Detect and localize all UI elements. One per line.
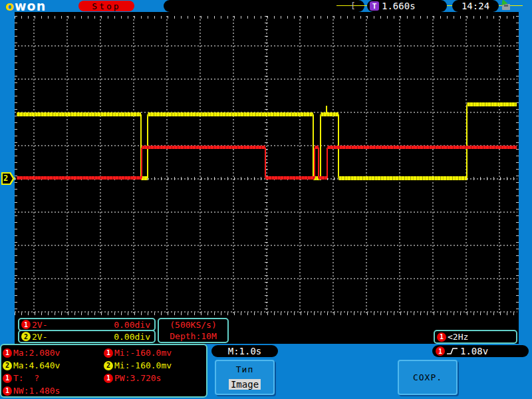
channel1-position: 0.00div [114,320,150,330]
trigger-time-value: 1.660s [382,1,416,11]
channel2-position: 0.00div [114,332,150,342]
measurement-row: 1NW:1.480s [3,384,206,397]
type-button-title: Тип [236,364,253,374]
memory-position-bar: [ ] T [164,0,364,12]
measurement-row: 1Ma:2.080v 1Mi:-160.0mv [3,346,206,359]
ch1-badge: 1 [3,348,12,358]
sample-rate: (500KS/s) [170,319,216,331]
type-button-value: Image [229,379,261,390]
measurement-text: Ma:4.640v [13,360,60,370]
trigger-t-icon: T [370,1,379,11]
trigger-level-readout: 1 1.08v [432,345,529,357]
save-button-label: СОХР. [413,372,442,382]
ch1-badge: 1 [104,374,113,383]
measurement-ch2-min: 2Mi:-160.0mv [104,360,205,370]
ch2-badge: 2 [3,361,12,370]
trigger-channel-badge: 1 [436,346,445,356]
clock-value: 14:24 [462,1,489,11]
channel2-position-marker[interactable]: 2 [1,172,15,185]
channel1-scale: 2V- [32,320,47,330]
trigger-level-value: 1.08v [460,346,488,356]
measurement-ch1-pulsewidth: 1PW:3.720s [104,373,205,383]
graticule-right-ticks [516,16,519,315]
window-left-bracket-icon: [ [350,1,356,11]
rising-edge-icon [446,346,458,356]
measurement-text: PW:3.720s [114,373,161,383]
freq-channel-badge: 1 [437,332,446,342]
freq-value: <2Hz [448,332,468,342]
clock-readout: 14:24 [452,0,499,12]
oscilloscope-screen: { "colors": { "background_blue": "#0a80d… [0,0,532,399]
measurement-text: T: ? [13,373,39,383]
measurement-ch1-period: 1T: ? [3,373,104,383]
frequency-counter-box: 1 <2Hz [434,330,517,344]
owon-logo: owon [5,0,46,13]
measurement-text: Mi:-160.0mv [114,348,172,358]
logo-won: won [15,0,46,13]
measurement-ch1-min: 1Mi:-160.0mv [104,348,205,358]
channel2-marker-label: 2 [3,174,8,183]
ch1-badge: 1 [104,348,113,358]
measurements-panel: 1Ma:2.080v 1Mi:-160.0mv 2Ma:4.640v 2Mi:-… [0,344,207,398]
ch1-badge: 1 [3,374,12,383]
channel2-scale: 2V- [32,332,47,342]
channel2-info-box: 2 2V- 0.00div [18,330,156,343]
usb-save-icon[interactable] [500,1,511,11]
measurement-ch1-max: 1Ma:2.080v [3,348,104,358]
timebase-value: M:1.0s [228,346,262,356]
timebase-readout: M:1.0s [211,345,278,357]
channel2-badge: 2 [21,332,31,341]
channel1-info-box: 1 2V- 0.00div [18,318,156,331]
menu-button-type[interactable]: Тип Image [215,360,275,395]
trigger-time-readout: T 1.660s [367,0,447,12]
channel1-badge: 1 [21,320,31,329]
run-state-label: Stop [92,1,120,11]
ch2-badge: 2 [104,361,113,370]
measurement-text: NW:1.480s [13,386,60,396]
ch1-badge: 1 [3,386,12,396]
graticule-center-vertical [265,16,268,315]
run-state-badge: Stop [78,1,134,11]
graticule-left-ticks [15,16,17,315]
menu-button-save[interactable]: СОХР. [398,360,458,395]
measurement-row: 1T: ? 1PW:3.720s [3,372,206,384]
measurement-text: Ma:2.080v [13,348,60,358]
measurement-ch2-max: 2Ma:4.640v [3,360,104,370]
logo-o: o [5,0,15,13]
measurement-row: 2Ma:4.640v 2Mi:-160.0mv [3,359,206,372]
measurement-text: Mi:-160.0mv [114,360,172,370]
acquisition-info-box: (500KS/s) Depth:10M [158,318,229,343]
memory-depth: Depth:10M [170,331,216,342]
measurement-ch1-negwidth: 1NW:1.480s [3,386,104,396]
